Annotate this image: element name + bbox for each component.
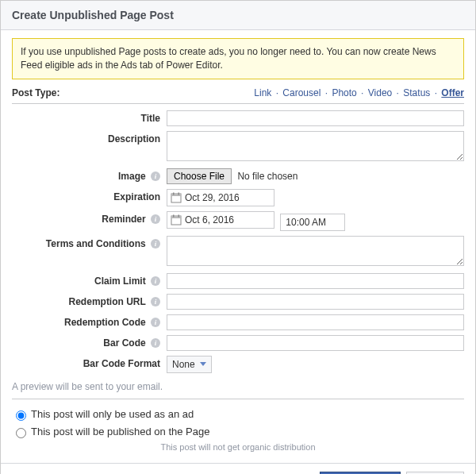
- tab-offer[interactable]: Offer: [441, 87, 464, 98]
- row-title: Title: [12, 110, 464, 126]
- info-icon[interactable]: i: [151, 214, 160, 224]
- label-bar-code-format: Bar Code Format: [12, 356, 167, 369]
- tab-video[interactable]: Video: [368, 87, 392, 98]
- claim-limit-input[interactable]: [167, 273, 464, 289]
- create-post-button[interactable]: Create Post: [320, 472, 401, 474]
- radio-publish[interactable]: [16, 428, 26, 438]
- expiration-date-value: Oct 29, 2016: [185, 192, 240, 203]
- post-type-tabs: Link · Carousel · Photo · Video · Status…: [254, 87, 464, 98]
- dialog-footer: Create Post Cancel: [1, 463, 475, 474]
- expiration-date-picker[interactable]: Oct 29, 2016: [167, 189, 274, 206]
- row-description: Description: [12, 131, 464, 164]
- info-notice-text: If you use unpublished Page posts to cre…: [21, 46, 436, 71]
- cancel-button[interactable]: Cancel: [406, 472, 464, 474]
- terms-input[interactable]: [167, 236, 464, 266]
- post-type-row: Post Type: Link · Carousel · Photo · Vid…: [12, 79, 464, 103]
- file-status: No file chosen: [237, 171, 298, 182]
- svg-rect-3: [178, 192, 180, 195]
- title-input[interactable]: [167, 110, 464, 126]
- bar-code-format-select[interactable]: None: [167, 356, 212, 373]
- label-image: Image i: [12, 168, 167, 182]
- row-image: Image i Choose File No file chosen: [12, 168, 464, 184]
- tab-status[interactable]: Status: [403, 87, 430, 98]
- divider: [12, 399, 464, 399]
- svg-rect-6: [173, 214, 175, 217]
- dialog-title: Create Unpublished Page Post: [12, 9, 174, 21]
- tab-link[interactable]: Link: [254, 87, 271, 98]
- calendar-icon: [171, 214, 182, 225]
- dialog: Create Unpublished Page Post If you use …: [0, 0, 476, 474]
- info-icon[interactable]: i: [151, 239, 160, 249]
- row-redemption-url: Redemption URL i: [12, 294, 464, 310]
- radio-row-ad-only: This post will only be used as an ad: [12, 406, 464, 423]
- svg-rect-5: [171, 216, 181, 218]
- radio-publish-label[interactable]: This post will be published on the Page: [31, 426, 209, 437]
- info-icon[interactable]: i: [151, 171, 160, 181]
- row-claim-limit: Claim Limit i: [12, 273, 464, 289]
- row-expiration: Expiration Oct 29, 2016: [12, 189, 464, 206]
- row-redemption-code: Redemption Code i: [12, 314, 464, 330]
- info-icon[interactable]: i: [151, 297, 160, 306]
- divider: [12, 103, 464, 104]
- label-terms: Terms and Conditions i: [12, 236, 167, 249]
- caret-down-icon: [200, 362, 206, 366]
- svg-rect-7: [178, 214, 180, 217]
- reminder-date-picker[interactable]: Oct 6, 2016: [167, 211, 274, 229]
- reminder-time-picker[interactable]: 10:00 AM: [280, 214, 345, 231]
- tab-carousel[interactable]: Carousel: [282, 87, 321, 98]
- row-terms: Terms and Conditions i: [12, 236, 464, 268]
- info-icon[interactable]: i: [151, 276, 160, 286]
- bar-code-input[interactable]: [167, 335, 464, 351]
- info-icon[interactable]: i: [151, 318, 160, 327]
- reminder-date-value: Oct 6, 2016: [185, 214, 234, 225]
- radio-row-publish: This post will be published on the Page: [12, 423, 464, 441]
- row-bar-code-format: Bar Code Format None: [12, 356, 464, 373]
- radio-ad-only-label[interactable]: This post will only be used as an ad: [31, 408, 194, 420]
- dialog-header: Create Unpublished Page Post: [1, 1, 475, 30]
- label-reminder: Reminder i: [12, 211, 167, 225]
- bar-code-format-value: None: [172, 359, 195, 370]
- row-reminder: Reminder i Oct 6, 2016 10:00 AM: [12, 211, 464, 231]
- redemption-url-input[interactable]: [167, 294, 464, 310]
- label-redemption-code: Redemption Code i: [12, 314, 167, 328]
- calendar-icon: [171, 192, 182, 203]
- reminder-time-value: 10:00 AM: [286, 217, 326, 228]
- label-claim-limit: Claim Limit i: [12, 273, 167, 287]
- description-input[interactable]: [167, 131, 464, 161]
- post-type-label: Post Type:: [12, 87, 60, 98]
- radio-ad-only[interactable]: [16, 410, 26, 421]
- redemption-code-input[interactable]: [167, 314, 464, 330]
- distribution-sub-note: This post will not get organic distribut…: [12, 441, 464, 458]
- label-title: Title: [12, 110, 167, 124]
- preview-note: A preview will be sent to your email.: [12, 378, 464, 399]
- row-bar-code: Bar Code i: [12, 335, 464, 351]
- dialog-body: If you use unpublished Page posts to cre…: [1, 30, 475, 463]
- svg-rect-2: [173, 192, 175, 195]
- label-redemption-url: Redemption URL i: [12, 294, 167, 307]
- svg-rect-1: [171, 194, 181, 196]
- label-expiration: Expiration: [12, 189, 167, 202]
- info-notice: If you use unpublished Page posts to cre…: [12, 38, 464, 79]
- label-bar-code: Bar Code i: [12, 335, 167, 349]
- tab-photo[interactable]: Photo: [332, 87, 356, 98]
- info-icon[interactable]: i: [151, 338, 160, 348]
- label-description: Description: [12, 131, 167, 145]
- choose-file-button[interactable]: Choose File: [167, 168, 232, 184]
